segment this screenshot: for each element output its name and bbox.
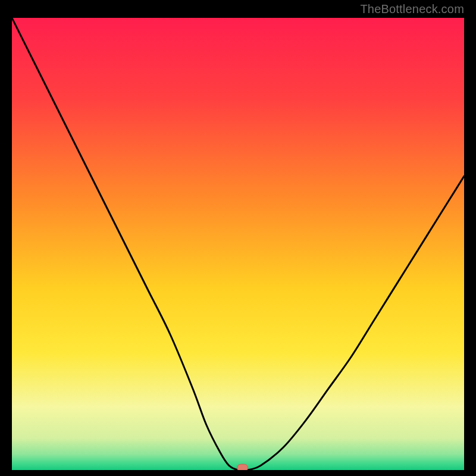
chart-frame: TheBottleneck.com <box>0 0 476 476</box>
marker-dot <box>237 464 248 470</box>
gradient-background <box>12 18 464 470</box>
plot-svg <box>12 18 464 470</box>
watermark-text: TheBottleneck.com <box>360 2 464 16</box>
plot-area <box>12 18 464 470</box>
